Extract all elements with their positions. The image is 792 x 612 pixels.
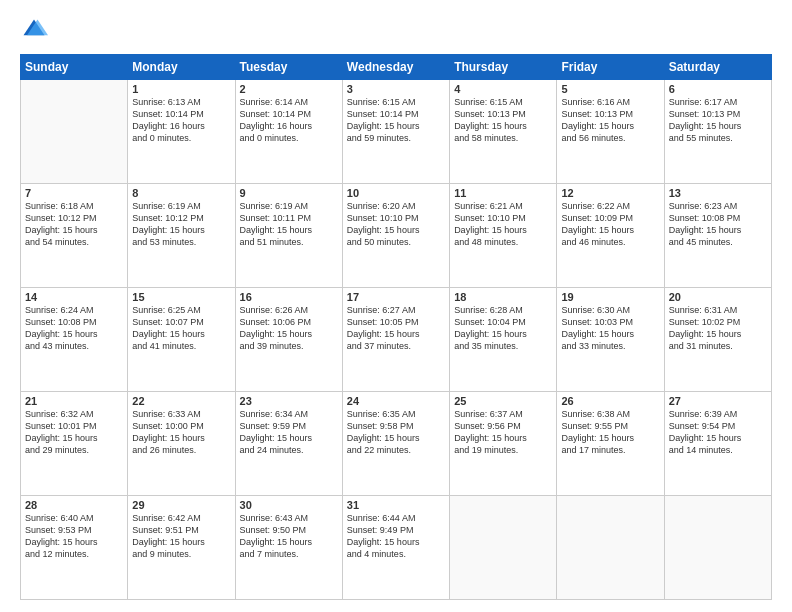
calendar-week-3: 14Sunrise: 6:24 AM Sunset: 10:08 PM Dayl…: [21, 288, 772, 392]
calendar-cell: 7Sunrise: 6:18 AM Sunset: 10:12 PM Dayli…: [21, 184, 128, 288]
cell-content: Sunrise: 6:18 AM Sunset: 10:12 PM Daylig…: [25, 200, 123, 249]
cell-content: Sunrise: 6:33 AM Sunset: 10:00 PM Daylig…: [132, 408, 230, 457]
calendar-cell: 9Sunrise: 6:19 AM Sunset: 10:11 PM Dayli…: [235, 184, 342, 288]
cell-content: Sunrise: 6:44 AM Sunset: 9:49 PM Dayligh…: [347, 512, 445, 561]
day-number: 22: [132, 395, 230, 407]
calendar-cell: 12Sunrise: 6:22 AM Sunset: 10:09 PM Dayl…: [557, 184, 664, 288]
day-header-friday: Friday: [557, 55, 664, 80]
calendar-header-row: SundayMondayTuesdayWednesdayThursdayFrid…: [21, 55, 772, 80]
day-header-monday: Monday: [128, 55, 235, 80]
calendar-cell: 26Sunrise: 6:38 AM Sunset: 9:55 PM Dayli…: [557, 392, 664, 496]
cell-content: Sunrise: 6:43 AM Sunset: 9:50 PM Dayligh…: [240, 512, 338, 561]
day-number: 27: [669, 395, 767, 407]
logo-icon: [20, 16, 48, 44]
calendar-cell: 29Sunrise: 6:42 AM Sunset: 9:51 PM Dayli…: [128, 496, 235, 600]
cell-content: Sunrise: 6:13 AM Sunset: 10:14 PM Daylig…: [132, 96, 230, 145]
day-number: 8: [132, 187, 230, 199]
cell-content: Sunrise: 6:16 AM Sunset: 10:13 PM Daylig…: [561, 96, 659, 145]
calendar-week-5: 28Sunrise: 6:40 AM Sunset: 9:53 PM Dayli…: [21, 496, 772, 600]
day-number: 28: [25, 499, 123, 511]
day-number: 15: [132, 291, 230, 303]
cell-content: Sunrise: 6:22 AM Sunset: 10:09 PM Daylig…: [561, 200, 659, 249]
calendar-cell: 10Sunrise: 6:20 AM Sunset: 10:10 PM Dayl…: [342, 184, 449, 288]
header: [20, 16, 772, 44]
day-number: 2: [240, 83, 338, 95]
cell-content: Sunrise: 6:17 AM Sunset: 10:13 PM Daylig…: [669, 96, 767, 145]
calendar-cell: 23Sunrise: 6:34 AM Sunset: 9:59 PM Dayli…: [235, 392, 342, 496]
calendar-cell: [450, 496, 557, 600]
calendar-cell: 14Sunrise: 6:24 AM Sunset: 10:08 PM Dayl…: [21, 288, 128, 392]
calendar-cell: 6Sunrise: 6:17 AM Sunset: 10:13 PM Dayli…: [664, 80, 771, 184]
day-header-thursday: Thursday: [450, 55, 557, 80]
cell-content: Sunrise: 6:23 AM Sunset: 10:08 PM Daylig…: [669, 200, 767, 249]
day-number: 17: [347, 291, 445, 303]
calendar-table: SundayMondayTuesdayWednesdayThursdayFrid…: [20, 54, 772, 600]
calendar-cell: 22Sunrise: 6:33 AM Sunset: 10:00 PM Dayl…: [128, 392, 235, 496]
cell-content: Sunrise: 6:24 AM Sunset: 10:08 PM Daylig…: [25, 304, 123, 353]
calendar-cell: 15Sunrise: 6:25 AM Sunset: 10:07 PM Dayl…: [128, 288, 235, 392]
cell-content: Sunrise: 6:32 AM Sunset: 10:01 PM Daylig…: [25, 408, 123, 457]
day-number: 10: [347, 187, 445, 199]
cell-content: Sunrise: 6:15 AM Sunset: 10:14 PM Daylig…: [347, 96, 445, 145]
calendar-cell: 4Sunrise: 6:15 AM Sunset: 10:13 PM Dayli…: [450, 80, 557, 184]
cell-content: Sunrise: 6:20 AM Sunset: 10:10 PM Daylig…: [347, 200, 445, 249]
calendar-cell: 24Sunrise: 6:35 AM Sunset: 9:58 PM Dayli…: [342, 392, 449, 496]
day-number: 30: [240, 499, 338, 511]
day-number: 1: [132, 83, 230, 95]
day-number: 7: [25, 187, 123, 199]
day-number: 18: [454, 291, 552, 303]
day-number: 31: [347, 499, 445, 511]
day-number: 25: [454, 395, 552, 407]
calendar-cell: 3Sunrise: 6:15 AM Sunset: 10:14 PM Dayli…: [342, 80, 449, 184]
day-header-sunday: Sunday: [21, 55, 128, 80]
day-header-tuesday: Tuesday: [235, 55, 342, 80]
cell-content: Sunrise: 6:34 AM Sunset: 9:59 PM Dayligh…: [240, 408, 338, 457]
calendar-cell: 13Sunrise: 6:23 AM Sunset: 10:08 PM Dayl…: [664, 184, 771, 288]
calendar-cell: 1Sunrise: 6:13 AM Sunset: 10:14 PM Dayli…: [128, 80, 235, 184]
day-number: 19: [561, 291, 659, 303]
cell-content: Sunrise: 6:26 AM Sunset: 10:06 PM Daylig…: [240, 304, 338, 353]
cell-content: Sunrise: 6:37 AM Sunset: 9:56 PM Dayligh…: [454, 408, 552, 457]
calendar-cell: 28Sunrise: 6:40 AM Sunset: 9:53 PM Dayli…: [21, 496, 128, 600]
page: SundayMondayTuesdayWednesdayThursdayFrid…: [0, 0, 792, 612]
calendar-cell: 11Sunrise: 6:21 AM Sunset: 10:10 PM Dayl…: [450, 184, 557, 288]
day-number: 16: [240, 291, 338, 303]
calendar-week-4: 21Sunrise: 6:32 AM Sunset: 10:01 PM Dayl…: [21, 392, 772, 496]
cell-content: Sunrise: 6:31 AM Sunset: 10:02 PM Daylig…: [669, 304, 767, 353]
calendar-cell: 8Sunrise: 6:19 AM Sunset: 10:12 PM Dayli…: [128, 184, 235, 288]
calendar-cell: 20Sunrise: 6:31 AM Sunset: 10:02 PM Dayl…: [664, 288, 771, 392]
cell-content: Sunrise: 6:21 AM Sunset: 10:10 PM Daylig…: [454, 200, 552, 249]
day-number: 24: [347, 395, 445, 407]
day-number: 26: [561, 395, 659, 407]
day-number: 9: [240, 187, 338, 199]
cell-content: Sunrise: 6:40 AM Sunset: 9:53 PM Dayligh…: [25, 512, 123, 561]
day-number: 21: [25, 395, 123, 407]
calendar-week-2: 7Sunrise: 6:18 AM Sunset: 10:12 PM Dayli…: [21, 184, 772, 288]
cell-content: Sunrise: 6:25 AM Sunset: 10:07 PM Daylig…: [132, 304, 230, 353]
calendar-week-1: 1Sunrise: 6:13 AM Sunset: 10:14 PM Dayli…: [21, 80, 772, 184]
day-number: 11: [454, 187, 552, 199]
cell-content: Sunrise: 6:19 AM Sunset: 10:12 PM Daylig…: [132, 200, 230, 249]
calendar-cell: [21, 80, 128, 184]
calendar-cell: 25Sunrise: 6:37 AM Sunset: 9:56 PM Dayli…: [450, 392, 557, 496]
calendar-cell: 17Sunrise: 6:27 AM Sunset: 10:05 PM Dayl…: [342, 288, 449, 392]
calendar-cell: 16Sunrise: 6:26 AM Sunset: 10:06 PM Dayl…: [235, 288, 342, 392]
day-number: 12: [561, 187, 659, 199]
calendar-cell: 2Sunrise: 6:14 AM Sunset: 10:14 PM Dayli…: [235, 80, 342, 184]
calendar-cell: 19Sunrise: 6:30 AM Sunset: 10:03 PM Dayl…: [557, 288, 664, 392]
cell-content: Sunrise: 6:30 AM Sunset: 10:03 PM Daylig…: [561, 304, 659, 353]
day-number: 20: [669, 291, 767, 303]
calendar-cell: [557, 496, 664, 600]
logo: [20, 16, 52, 44]
cell-content: Sunrise: 6:15 AM Sunset: 10:13 PM Daylig…: [454, 96, 552, 145]
cell-content: Sunrise: 6:28 AM Sunset: 10:04 PM Daylig…: [454, 304, 552, 353]
day-header-saturday: Saturday: [664, 55, 771, 80]
calendar-cell: [664, 496, 771, 600]
calendar-cell: 27Sunrise: 6:39 AM Sunset: 9:54 PM Dayli…: [664, 392, 771, 496]
cell-content: Sunrise: 6:39 AM Sunset: 9:54 PM Dayligh…: [669, 408, 767, 457]
day-header-wednesday: Wednesday: [342, 55, 449, 80]
cell-content: Sunrise: 6:35 AM Sunset: 9:58 PM Dayligh…: [347, 408, 445, 457]
day-number: 14: [25, 291, 123, 303]
day-number: 4: [454, 83, 552, 95]
cell-content: Sunrise: 6:14 AM Sunset: 10:14 PM Daylig…: [240, 96, 338, 145]
